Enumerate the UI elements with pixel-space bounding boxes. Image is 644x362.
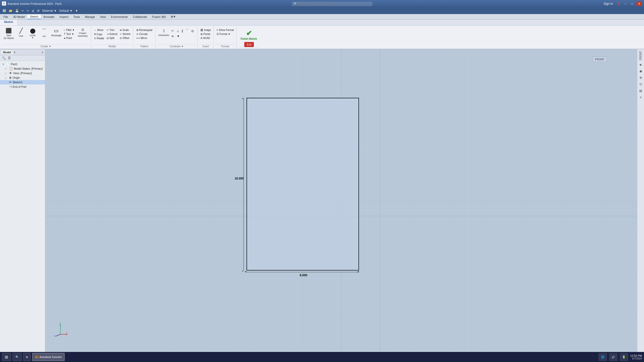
exit-button[interactable]: Exit bbox=[244, 42, 254, 47]
line-button[interactable]: ╱ Line bbox=[16, 27, 27, 38]
canvas-area[interactable]: 16.000 ▲ ▼ 9.000 ◀ ▶ FRONT Z bbox=[45, 49, 637, 352]
help-icon[interactable]: ❓ bbox=[617, 2, 621, 6]
default-dropdown[interactable]: Default ▼ bbox=[58, 9, 74, 13]
constrain-6-button[interactable]: ⊳ bbox=[171, 34, 175, 38]
scale-button[interactable]: ⬌ Scale bbox=[119, 28, 132, 32]
rs-button-3[interactable]: ⊕ bbox=[638, 75, 643, 80]
split-button[interactable]: ⊟ Split bbox=[106, 36, 118, 40]
rs-button-2[interactable]: ◉ bbox=[638, 68, 643, 74]
redo-button[interactable]: ↪ bbox=[25, 9, 30, 13]
tree-item-model-states[interactable]: ▷ 📋 Model States: [Primary] bbox=[0, 66, 45, 71]
signin-button[interactable]: Sign In bbox=[602, 2, 614, 6]
clock-display[interactable]: 12:50 PM 8/7/2024 bbox=[630, 354, 642, 360]
save-button[interactable]: 💾 bbox=[14, 9, 20, 13]
extend-button[interactable]: ⇥ Extend bbox=[106, 32, 118, 36]
width-dim-line bbox=[247, 272, 359, 272]
menu-inspect[interactable]: Inspect bbox=[57, 15, 71, 19]
trim-button[interactable]: ✂ Trim bbox=[106, 28, 118, 32]
material-dropdown[interactable]: Material ▼ bbox=[41, 9, 58, 13]
image-button[interactable]: 🖼 Image bbox=[199, 28, 212, 32]
new-button[interactable]: 🆕 bbox=[2, 9, 7, 13]
menu-manage[interactable]: Manage bbox=[83, 15, 98, 19]
constrain-5-button[interactable]: ◎ bbox=[190, 28, 195, 33]
expand-dropdown[interactable]: ▼ bbox=[74, 9, 79, 13]
ribbon-tab-sketch[interactable]: Sketch bbox=[0, 20, 17, 25]
menu-fusion360[interactable]: Fusion 360 bbox=[150, 15, 168, 19]
width-dimension-label: 9.000 bbox=[300, 274, 307, 277]
point-button[interactable]: ● Point bbox=[63, 36, 73, 40]
circle-button[interactable]: ⬤ Circle ▼ bbox=[27, 27, 38, 39]
finish-sketch-button[interactable]: ✔ Finish Sketch bbox=[239, 28, 259, 41]
offset-button[interactable]: ⊖ Offset bbox=[119, 36, 132, 40]
acad-button[interactable]: A ACAD bbox=[199, 36, 212, 40]
points-button[interactable]: ⊞ Points bbox=[199, 32, 212, 36]
taskbar-task-view[interactable]: ⧉ bbox=[23, 353, 31, 361]
tree-search-button[interactable]: 🔍 bbox=[1, 56, 7, 60]
minimize-button[interactable]: − bbox=[623, 2, 628, 6]
menu-view[interactable]: View bbox=[97, 15, 108, 19]
battery-icon[interactable]: 🔋 bbox=[620, 353, 628, 361]
rotate-icon: ↻ bbox=[94, 37, 96, 40]
close-button[interactable]: ✕ bbox=[636, 2, 642, 6]
tree-item-origin[interactable]: ▷ ⊕ Origin bbox=[0, 75, 45, 80]
rs-button-1[interactable]: ◈ bbox=[638, 62, 643, 67]
network-icon[interactable]: 🌐 bbox=[598, 353, 607, 361]
tree-item-sketch1[interactable]: ✏ Sketch1 bbox=[0, 80, 45, 84]
menu-tools[interactable]: Tools bbox=[71, 15, 83, 19]
menu-sketch[interactable]: Sketch bbox=[27, 15, 41, 19]
rectangular-pattern-button[interactable]: ⊞ Rectangular bbox=[135, 28, 154, 32]
copy-button[interactable]: ⧉ Copy bbox=[93, 32, 105, 36]
print-button[interactable]: 🖨 bbox=[30, 9, 35, 13]
constrain-expand-button[interactable]: ▼ bbox=[176, 34, 181, 38]
menu-extra[interactable]: ⊞▼ bbox=[168, 15, 178, 19]
titlebar-search[interactable]: 🔍 bbox=[292, 2, 372, 6]
maximize-button[interactable]: □ bbox=[630, 2, 634, 6]
rs-button-5[interactable]: ▤ bbox=[638, 88, 643, 94]
menu-environments[interactable]: Environments bbox=[108, 15, 130, 19]
taskbar-inventor-button[interactable]: Ai Autodesk Inventor bbox=[32, 353, 65, 361]
model-tab[interactable]: Model bbox=[1, 50, 13, 54]
undo-button[interactable]: ↩ bbox=[20, 9, 25, 13]
height-dim-arrow-bottom: ▼ bbox=[242, 270, 244, 272]
constrain-1-button[interactable]: ⊢ bbox=[171, 28, 175, 33]
rs-button-6[interactable]: ≡ bbox=[638, 95, 643, 100]
dimension-button[interactable]: ↕ Dimension bbox=[157, 27, 170, 37]
menu-file[interactable]: File bbox=[1, 15, 11, 19]
tree-menu-button[interactable]: ☰ bbox=[7, 56, 12, 60]
tree-item-view[interactable]: ▷ 👁 View: [Primary] bbox=[0, 71, 45, 75]
constrain-4-button[interactable]: ⌒ bbox=[185, 28, 190, 33]
fillet-button[interactable]: ⌐ Fillet ▼ bbox=[63, 28, 76, 32]
constrain-3-button[interactable]: ∥ bbox=[181, 28, 184, 33]
rs-button-4[interactable]: ⊡ bbox=[638, 81, 643, 87]
open-button[interactable]: 📂 bbox=[8, 9, 14, 13]
constrain-2-button[interactable]: ⊥ bbox=[176, 28, 180, 33]
text-button[interactable]: T Text ▼ bbox=[63, 32, 75, 36]
move-button[interactable]: ↔ Move bbox=[93, 28, 105, 32]
rectangular-label: Rectangular bbox=[139, 29, 153, 31]
arc-button[interactable]: ⌒ Arc bbox=[39, 27, 50, 38]
menu-annotate[interactable]: Annotate bbox=[41, 15, 57, 19]
rotate-button[interactable]: ↻ Rotate bbox=[93, 36, 105, 40]
show-format-button[interactable]: ≡ Show Format bbox=[216, 28, 235, 32]
format-button[interactable]: Ω Format ▼ bbox=[216, 32, 235, 36]
sketch-rectangle[interactable] bbox=[247, 98, 359, 270]
rectangle-button[interactable]: ▭ Rectangle bbox=[50, 27, 63, 37]
front-view-label[interactable]: FRONT bbox=[593, 57, 607, 62]
settings-icon[interactable]: ⚙ bbox=[36, 9, 41, 13]
tree-item-end-of-part[interactable]: ⊣ End of Part bbox=[0, 84, 45, 89]
mirror-button[interactable]: ⟺ Mirror bbox=[135, 36, 154, 40]
taskbar-search-button[interactable]: 🔍 bbox=[13, 353, 22, 361]
front-sidebar-label[interactable]: FRONT bbox=[639, 50, 642, 61]
start-2d-sketch-button[interactable]: ⬛ Start2D Sketch bbox=[3, 27, 15, 40]
circular-pattern-button[interactable]: ⊙ Circular bbox=[135, 32, 154, 36]
windows-start-button[interactable]: ⊞ bbox=[2, 353, 11, 361]
menu-collaborate[interactable]: Collaborate bbox=[130, 15, 149, 19]
model-tab-pin-button[interactable]: × bbox=[13, 50, 16, 54]
menu-3dmodel[interactable]: 3D Model bbox=[11, 15, 27, 19]
search-input[interactable] bbox=[299, 2, 364, 5]
tree-item-part1[interactable]: ▼ 📄 Part1 bbox=[0, 62, 45, 66]
volume-icon[interactable]: 🔊 bbox=[609, 353, 618, 361]
tree-add-button[interactable]: + bbox=[41, 50, 44, 54]
stretch-button[interactable]: ⤢ Stretch bbox=[119, 32, 132, 36]
project-geometry-button[interactable]: ⊙ ProjectGeometry bbox=[76, 27, 89, 38]
